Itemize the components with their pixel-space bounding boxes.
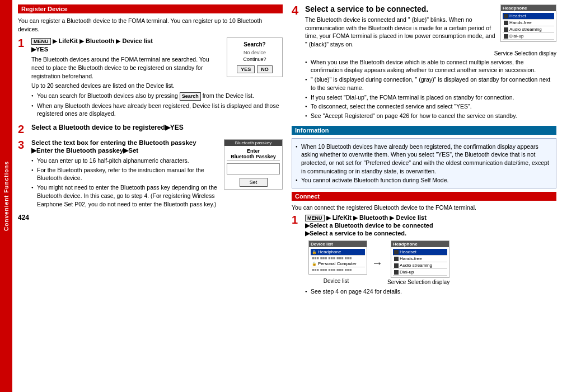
service-display-label-2: Service Selection display <box>387 279 449 285</box>
connect-header: Connect <box>292 192 556 201</box>
connect-step-content: MENU ▶ LifeKit ▶ Bluetooth ▶ Device list… <box>305 214 556 297</box>
step-3-number: 3 <box>18 139 28 209</box>
search-text: Search? <box>230 41 280 48</box>
svc2-handsfree-icon <box>394 257 399 261</box>
no-button[interactable]: NO <box>257 65 273 73</box>
dl-headphone: 🔒Headphone <box>311 249 365 256</box>
lock-icon: 🔒 <box>312 250 317 254</box>
svc2-dialup-icon <box>394 270 399 275</box>
svc2-audio: Audio streaming <box>393 262 447 269</box>
menu-key: MENU <box>31 38 51 45</box>
service-item-audio: Audio streaming <box>503 26 554 33</box>
device-list-screenshot-container: Device list 🔒Headphone ■■■ ■■■ ■■■ ■■■ ■… <box>305 240 367 284</box>
info-box: When 10 Bluetooth devices have already b… <box>292 138 556 188</box>
continue-text: Continue? <box>230 56 280 62</box>
handsfree-icon <box>504 21 508 25</box>
step-2-title: Select a Bluetooth device to be register… <box>31 124 283 131</box>
connect-intro: You can connect the registered Bluetooth… <box>292 204 556 211</box>
no-device-text: No device <box>230 50 280 55</box>
step-2-number: 2 <box>18 124 28 135</box>
connect-arrow-3: ▶ <box>390 214 394 221</box>
connect-select-service: ▶Select a service to be connected. <box>305 230 556 237</box>
connect-section: Connect You can connect the registered B… <box>292 192 556 297</box>
service-screenshot-2: Headphone Headset Hands-free <box>391 240 449 278</box>
connect-step-number: 1 <box>292 214 302 297</box>
information-section: Information When 10 Bluetooth devices ha… <box>292 126 556 188</box>
step-1-extra: Up to 20 searched devices are listed on … <box>31 82 283 90</box>
service-body-2: Headset Hands-free Audio streaming <box>391 247 449 277</box>
two-column-layout: Register Device You can register a Bluet… <box>18 4 556 388</box>
device-list-label: Device list <box>122 37 152 44</box>
info-bullets: When 10 Bluetooth devices have already b… <box>296 143 552 185</box>
arrow-between-screenshots: → <box>372 257 383 270</box>
step-3-bullet-3: You might not need to enter the Bluetoot… <box>31 183 283 208</box>
connect-select-device: ▶Select a Bluetooth device to be connect… <box>305 222 556 229</box>
passkey-title: Bluetooth passkey <box>224 140 282 146</box>
service-title-2: Headphone <box>391 241 449 247</box>
bottom-screenshots-area: Device list 🔒Headphone ■■■ ■■■ ■■■ ■■■ ■… <box>305 240 556 285</box>
step-4-content: Headphone Headset Hands-free Audio strea… <box>305 4 556 121</box>
device-list-body: 🔒Headphone ■■■ ■■■ ■■■ ■■■ ■■■ 🔒Personal… <box>309 247 367 274</box>
step-4-bullet-4: To disconnect, select the connected serv… <box>305 102 556 111</box>
step-4-bullet-5: See "Accept Registered" on page 426 for … <box>305 112 556 120</box>
step-4-bullet-1: When you use the Bluetooth device which … <box>305 58 556 74</box>
headset-icon <box>504 14 508 18</box>
arrow-2: ▶ <box>79 37 84 44</box>
step-1-bullet-1: You can search for Bluetooth devices als… <box>31 92 283 101</box>
bluetooth-label: Bluetooth <box>86 37 114 44</box>
step-4-bullet-3: If you select "Dial-up", the FOMA termin… <box>305 93 556 102</box>
step-4-bullets: When you use the Bluetooth device which … <box>305 58 556 120</box>
sidebar: Convenient Functions <box>0 0 12 392</box>
audio-icon <box>504 27 508 32</box>
device-list-screenshot: Device list 🔒Headphone ■■■ ■■■ ■■■ ■■■ ■… <box>308 240 367 275</box>
svc2-audio-icon <box>394 263 399 268</box>
service-item-dialup: Dial-up <box>503 33 554 40</box>
dialup-icon <box>504 34 508 39</box>
step-1-bullets: You can search for Bluetooth devices als… <box>31 92 283 118</box>
arrow-1: ▶ <box>53 37 57 44</box>
service-item-headset: Headset <box>503 13 554 20</box>
service-screenshot-2-container: Headphone Headset Hands-free <box>387 240 449 285</box>
step-3: 3 Bluetooth passkey EnterBluetooth Passk… <box>18 139 283 209</box>
step-2: 2 Select a Bluetooth device to be regist… <box>18 124 283 135</box>
device-list-label-text: Device list <box>324 278 349 284</box>
info-bullet-2: You cannot activate Bluetooth function d… <box>296 176 552 185</box>
step-3-content: Bluetooth passkey EnterBluetooth Passkey… <box>31 139 283 209</box>
svc2-headset: Headset <box>393 249 447 256</box>
step-4-bullet-2: " (blue)" is displayed during connection… <box>305 75 556 92</box>
connect-step-1: 1 MENU ▶ LifeKit ▶ Bluetooth ▶ Device li… <box>292 214 556 297</box>
sidebar-label: Convenient Functions <box>3 161 10 231</box>
connect-lifekit: LifeKit <box>332 214 352 221</box>
step-3-bullet-1: You can enter up to 16 half-pitch alphan… <box>31 157 283 165</box>
step-4: 4 Headphone Headset Hands-free <box>292 4 556 121</box>
step-1: 1 Search? No device Continue? YES NO <box>18 37 283 119</box>
service-body-1: Headset Hands-free Audio streaming Dial-… <box>501 11 556 41</box>
connect-bluetooth: Bluetooth <box>359 214 388 221</box>
service-title: Headphone <box>501 5 556 11</box>
dl-computer-sub: ■■■ ■■■ ■■■ ■■■ ■■■ <box>311 267 365 272</box>
main-content: Register Device You can register a Bluet… <box>12 0 562 392</box>
info-bullet-1: When 10 Bluetooth devices have already b… <box>296 143 552 176</box>
service-item-handsfree: Hands-free <box>503 20 554 26</box>
service-display-label-1: Service Selection display <box>305 50 556 56</box>
right-column: 4 Headphone Headset Hands-free <box>292 4 556 388</box>
search-key: Search <box>180 92 201 101</box>
step-1-content: Search? No device Continue? YES NO MENU … <box>31 37 283 119</box>
page-number: 424 <box>18 214 283 221</box>
connect-arrow-1: ▶ <box>326 214 331 221</box>
step-2-content: Select a Bluetooth device to be register… <box>31 124 283 135</box>
connect-menu-path: MENU ▶ LifeKit ▶ Bluetooth ▶ Device list <box>305 214 556 221</box>
dl-personal-computer: 🔒Personal Computer <box>311 261 365 267</box>
dl-headphone-sub: ■■■ ■■■ ■■■ ■■■ ■■■ <box>311 256 365 261</box>
step-3-bullet-2: For the Bluetooth passkey, refer to the … <box>31 166 283 182</box>
step-1-bullet-2: When any Bluetooth devices have already … <box>31 102 283 118</box>
connect-arrow-2: ▶ <box>353 214 358 221</box>
yes-button[interactable]: YES <box>237 65 255 73</box>
info-header: Information <box>292 126 556 135</box>
device-list-title: Device list <box>309 241 367 247</box>
service-screenshot-1: Headphone Headset Hands-free Audio strea… <box>500 4 556 42</box>
connect-device-list: Device list <box>396 214 426 221</box>
register-device-header: Register Device <box>18 4 283 13</box>
connect-bullet-1: See step 4 on page 424 for details. <box>305 287 556 296</box>
intro-text: You can register a Bluetooth device to t… <box>18 17 283 33</box>
